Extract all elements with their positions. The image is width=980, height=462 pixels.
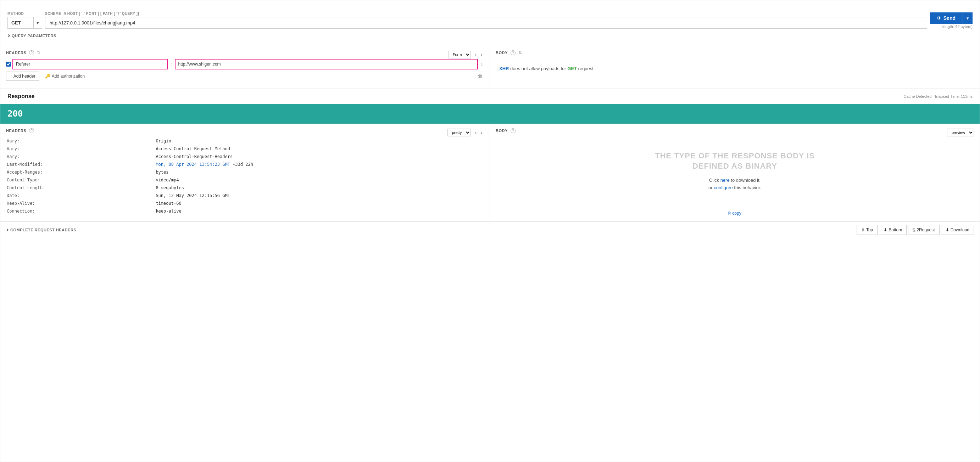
response-section: Response Cache Detected - Elapsed Time: … (0, 89, 980, 238)
response-body-panel: BODY ? preview raw THE TYPE OF THE RESPO… (490, 124, 980, 221)
download-icon: ⬇ (946, 227, 949, 232)
length-info: length: 42 byte(s) (942, 24, 972, 29)
response-body-left: BODY ? (496, 128, 515, 133)
bottom-label: Bottom (889, 227, 902, 232)
nav-left-arrow[interactable]: ‹ (474, 51, 478, 58)
request-button[interactable]: ⎘ 2Request (908, 225, 939, 235)
url-input[interactable] (45, 17, 927, 29)
complete-request-row[interactable]: COMPLETE REQUEST HEADERS (0, 224, 82, 236)
response-headers-table: Vary: Origin Vary: Access-Control-Reques… (6, 137, 484, 216)
response-body-title: BODY (496, 129, 508, 133)
headers-body-section: HEADERS ? ⇅ Form Raw ‹ › (0, 46, 980, 85)
response-panels: HEADERS ? pretty raw ‹ › (0, 124, 980, 221)
header-key-input[interactable] (13, 59, 168, 70)
header-key: Accept-Ranges: (7, 169, 155, 176)
bottom-button[interactable]: ⬇ Bottom (879, 225, 907, 235)
table-row: Vary: Access-Control-Request-Method (7, 145, 483, 152)
response-headers-title: HEADERS (6, 129, 26, 133)
response-nav-right[interactable]: › (479, 129, 484, 136)
form-dropdown[interactable]: Form Raw (448, 51, 471, 59)
header-key: Vary: (7, 138, 155, 144)
table-row: Keep-Alive: timeout=60 (7, 200, 483, 207)
header-value-input[interactable] (175, 59, 478, 70)
add-header-button[interactable]: + Add header (6, 71, 39, 81)
table-row: Vary: Origin (7, 138, 483, 144)
headers-sort-icon[interactable]: ⇅ (37, 50, 40, 55)
send-btn-wrapper: ✈ Send ▾ (930, 13, 972, 24)
binary-here-link[interactable]: here (721, 178, 730, 183)
copy-icon: ⎘ (728, 211, 731, 216)
app-container: METHOD GET POST PUT DELETE PATCH ▾ SCHEM… (0, 0, 980, 462)
body-sort-icon[interactable]: ⇅ (519, 50, 522, 55)
send-icon: ✈ (937, 15, 941, 21)
table-row: Vary: Access-Control-Request-Headers (7, 153, 483, 160)
response-headers-panel: HEADERS ? pretty raw ‹ › (0, 124, 490, 221)
download-label: Download (951, 227, 969, 232)
status-bar: 200 (0, 104, 980, 124)
top-label: Top (866, 227, 873, 232)
copy-button[interactable]: ⎘ copy (725, 210, 744, 217)
table-row: Connection: keep-alive (7, 208, 483, 215)
table-row: Last-Modified: Mon, 08 Apr 2024 13:54:23… (7, 161, 483, 168)
copy-label: copy (732, 211, 741, 216)
header-key: Date: (7, 192, 155, 199)
response-body-info-icon[interactable]: ? (511, 128, 515, 133)
header-value: video/mp4 (156, 176, 483, 184)
cache-info: Cache Detected - Elapsed Time: 113ms (904, 94, 972, 98)
header-key: Content-Type: (7, 176, 155, 184)
header-key: Keep-Alive: (7, 200, 155, 207)
method-select-wrapper: GET POST PUT DELETE PATCH ▾ (8, 17, 42, 29)
table-row: Date: Sun, 12 May 2024 12:15:56 GMT (7, 192, 483, 199)
query-params-label: QUERY PARAMETERS (12, 34, 56, 38)
header-key: Vary: (7, 153, 155, 160)
query-params-row[interactable]: QUERY PARAMETERS (8, 32, 972, 40)
header-value: Access-Control-Request-Headers (156, 153, 483, 160)
headers-info-icon[interactable]: ? (29, 50, 34, 55)
header-collapse-btn[interactable]: › (479, 60, 484, 68)
body-header-content: BODY ? ⇅ (496, 50, 522, 55)
headers-title: HEADERS (6, 51, 26, 55)
response-headers-left: HEADERS ? (6, 128, 34, 133)
headers-header-left: HEADERS ? ⇅ (6, 50, 40, 55)
response-nav-left[interactable]: ‹ (474, 129, 478, 136)
last-modified-link[interactable]: Mon, 08 Apr 2024 13:54:23 GMT (156, 162, 230, 167)
response-header-bar: Response Cache Detected - Elapsed Time: … (0, 89, 980, 104)
status-code: 200 (8, 109, 23, 119)
url-label: SCHEME :// HOST [ ':' PORT ] [ PATH [ '?… (45, 12, 927, 16)
method-dropdown-btn[interactable]: ▾ (34, 17, 42, 29)
send-button[interactable]: ✈ Send (930, 13, 963, 24)
top-button[interactable]: ⬆ Top (857, 225, 878, 235)
header-value: Mon, 08 Apr 2024 13:54:23 GMT -33d 22h (156, 161, 483, 168)
preview-dropdown[interactable]: preview raw (947, 129, 974, 137)
delete-all-button[interactable]: 🗑 (476, 72, 484, 81)
download-button[interactable]: ⬇ Download (941, 225, 974, 235)
body-title: BODY (496, 51, 508, 55)
copy-row: ⎘ copy (496, 210, 974, 217)
binary-title: THE TYPE OF THE RESPONSE BODY ISDEFINED … (503, 151, 967, 171)
send-dropdown-button[interactable]: ▾ (963, 13, 972, 24)
binary-configure-link[interactable]: configure (714, 185, 732, 190)
header-value: keep-alive (156, 208, 483, 215)
response-footer-wrapper: COMPLETE REQUEST HEADERS ⬆ Top ⬇ Bottom … (0, 221, 980, 238)
method-group: METHOD GET POST PUT DELETE PATCH ▾ (8, 12, 42, 29)
nav-right-arrow[interactable]: › (479, 51, 484, 58)
top-icon: ⬆ (861, 227, 865, 232)
response-footer: ⬆ Top ⬇ Bottom ⎘ 2Request ⬇ Download (851, 222, 980, 238)
header-value: Sun, 12 May 2024 12:15:56 GMT (156, 192, 483, 199)
method-select[interactable]: GET POST PUT DELETE PATCH (8, 17, 34, 29)
key-icon: 🔑 (45, 74, 50, 79)
pretty-dropdown[interactable]: pretty raw (447, 129, 471, 137)
header-key: Content-Length: (7, 184, 155, 191)
add-auth-button[interactable]: 🔑 Add authorization (42, 72, 88, 81)
nav-arrows: ‹ › (474, 51, 484, 58)
header-key: Vary: (7, 145, 155, 152)
complete-request-chevron (6, 229, 8, 231)
headers-panel: HEADERS ? ⇅ Form Raw ‹ › (0, 46, 490, 85)
header-key: Connection: (7, 208, 155, 215)
response-headers-info-icon[interactable]: ? (29, 128, 34, 133)
body-info-icon[interactable]: ? (511, 50, 515, 55)
body-request-panel: BODY ? ⇅ XHR does not allow payloads for… (490, 46, 980, 85)
response-headers-header: HEADERS ? pretty raw ‹ › (6, 128, 484, 137)
body-panel-header: BODY ? ⇅ (496, 50, 974, 59)
header-checkbox[interactable] (6, 62, 11, 67)
